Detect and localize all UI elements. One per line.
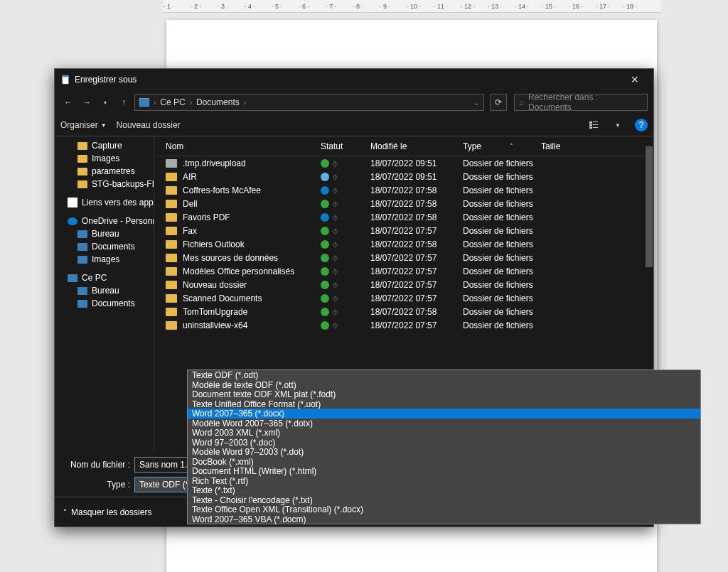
type-option[interactable]: Modèle de texte ODF (*.ott) [188,380,700,390]
chevron-icon: › [190,99,192,107]
pc-icon [77,230,87,238]
sidebar-item[interactable]: Images [55,152,154,165]
file-modified: 18/07/2022 07:57 [370,266,463,276]
type-option[interactable]: Modèle Word 2007–365 (*.dotx) [188,419,700,428]
view-dropdown[interactable]: ▼ [611,118,625,132]
file-row[interactable]: Fax⯑18/07/2022 07:57Dossier de fichiers [154,224,645,237]
sidebar-item-label: OneDrive - Personnel [82,216,154,226]
type-option[interactable]: Word 2007–365 VBA (*.docm) [188,514,700,524]
type-option[interactable]: Word 97–2003 (*.doc) [188,438,700,448]
type-option[interactable]: Document HTML (Writer) (*.html) [188,466,700,476]
person-icon: ⯑ [332,281,339,288]
forward-button[interactable]: → [79,95,95,110]
sidebar-item[interactable]: Liens vers des applications [55,196,154,209]
view-mode-button[interactable] [587,118,601,132]
col-status[interactable]: Statut [321,141,370,151]
col-name[interactable]: Nom [154,141,321,151]
hide-folders-label: Masquer les dossiers [71,507,151,517]
sidebar-item[interactable]: Documents [55,297,154,310]
back-button[interactable]: ← [60,95,76,110]
type-option[interactable]: Document texte ODF XML plat (*.fodt) [188,389,700,399]
type-option[interactable]: Texte ODF (*.odt) [188,370,700,380]
file-status: ⯑ [321,240,370,249]
file-row[interactable]: Favoris PDF⯑18/07/2022 07:58Dossier de f… [154,210,645,224]
file-row[interactable]: Mes sources de données⯑18/07/2022 07:57D… [154,251,645,264]
refresh-button[interactable]: ⟳ [490,94,507,111]
sidebar-item[interactable]: parametres [55,165,154,178]
fldr-icon [77,180,87,188]
path-folder[interactable]: Documents [196,97,240,107]
status-icon [321,281,329,289]
file-status: ⯑ [321,294,370,303]
file-modified: 18/07/2022 07:58 [370,185,463,195]
help-button[interactable]: ? [635,119,648,131]
file-modified: 18/07/2022 07:58 [370,199,463,209]
col-type[interactable]: Type ˄ [463,141,541,151]
sidebar-item[interactable]: OneDrive - Personnel [55,215,154,227]
sidebar-item[interactable]: Bureau [55,284,154,297]
hide-folders-toggle[interactable]: ˄ Masquer les dossiers [63,507,151,517]
pc-icon [139,98,149,107]
file-row[interactable]: TomTomUpgrade⯑18/07/2022 07:58Dossier de… [154,305,645,318]
file-row[interactable]: Nouveau dossier⯑18/07/2022 07:57Dossier … [154,278,645,291]
file-row[interactable]: Fichiers Outlook⯑18/07/2022 07:58Dossier… [154,237,645,251]
file-row[interactable]: AIR⯑18/07/2022 09:51Dossier de fichiers [154,170,645,183]
up-button[interactable]: ↑ [116,95,132,110]
person-icon: ⯑ [332,308,339,315]
type-option[interactable]: Texte - Choisir l'encodage (*.txt) [188,495,700,505]
sidebar-item[interactable]: Documents [55,240,154,253]
titlebar: Enregistrer sous ✕ [55,69,653,90]
path-root[interactable]: Ce PC [160,97,185,107]
file-modified: 18/07/2022 09:51 [370,172,463,182]
organise-button[interactable]: Organiser ▼ [60,120,107,130]
type-option[interactable]: Modèle Word 97–2003 (*.dot) [188,447,700,457]
file-status: ⯑ [321,227,370,235]
pc-icon [77,300,87,308]
search-icon: ⌕ [519,97,524,107]
type-option[interactable]: Texte (*.txt) [188,485,700,495]
type-option[interactable]: Rich Text (*.rtf) [188,476,700,486]
close-button[interactable]: ✕ [622,74,648,85]
new-folder-button[interactable]: Nouveau dossier [117,120,181,130]
address-bar: ← → ▾ ↑ › Ce PC › Documents › ⌄ ⟳ ⌕ Rech… [55,90,653,114]
scroll-thumb[interactable] [646,146,653,267]
svg-rect-3 [589,124,592,126]
sidebar-item[interactable]: Images [55,253,154,266]
col-modified[interactable]: Modifié le [370,141,463,151]
folder-icon [166,294,177,303]
status-icon [321,173,329,181]
sidebar-item[interactable]: Ce PC [55,271,154,284]
file-row[interactable]: Dell⯑18/07/2022 07:58Dossier de fichiers [154,197,645,210]
file-modified: 18/07/2022 07:58 [370,307,463,317]
file-row[interactable]: Scanned Documents⯑18/07/2022 07:57Dossie… [154,291,645,305]
file-modified: 18/07/2022 07:57 [370,226,463,236]
sidebar-item[interactable]: Bureau [55,227,154,240]
file-row[interactable]: uninstallview-x64⯑18/07/2022 07:57Dossie… [154,318,645,332]
file-row[interactable]: Coffres-forts McAfee⯑18/07/2022 07:58Dos… [154,183,645,197]
type-option[interactable]: Word 2003 XML (*.xml) [188,428,700,438]
recent-dropdown[interactable]: ▾ [97,95,113,110]
file-name: AIR [183,172,321,182]
file-status: ⯑ [321,159,370,168]
person-icon: ⯑ [332,187,339,194]
type-option[interactable]: DocBook (*.xml) [188,457,700,467]
search-input[interactable]: ⌕ Rechercher dans : Documents [514,94,648,111]
sidebar-item-label: parametres [92,166,135,176]
path-breadcrumb[interactable]: › Ce PC › Documents › ⌄ [134,94,484,111]
link-icon [68,198,77,207]
type-option[interactable]: Texte Office Open XML (Transitional) (*.… [188,504,700,514]
type-option[interactable]: Texte Unified Office Format (*.uot) [188,399,700,409]
status-icon [321,254,329,262]
file-row[interactable]: .tmp.driveupload⯑18/07/2022 09:51Dossier… [154,156,645,170]
file-type: Dossier de fichiers [463,307,562,317]
status-icon [321,227,329,235]
col-size[interactable]: Taille [541,141,591,151]
folder-icon [166,281,177,289]
type-option[interactable]: Word 2007–365 (*.docx) [188,409,700,419]
file-row[interactable]: Modèles Office personnalisés⯑18/07/2022 … [154,264,645,278]
sidebar-item[interactable]: STG-backups-FF [55,178,154,190]
file-modified: 18/07/2022 07:57 [370,293,463,303]
file-type: Dossier de fichiers [463,280,562,290]
path-dropdown-icon[interactable]: ⌄ [473,99,479,107]
sidebar-item[interactable]: Capture [55,139,154,152]
